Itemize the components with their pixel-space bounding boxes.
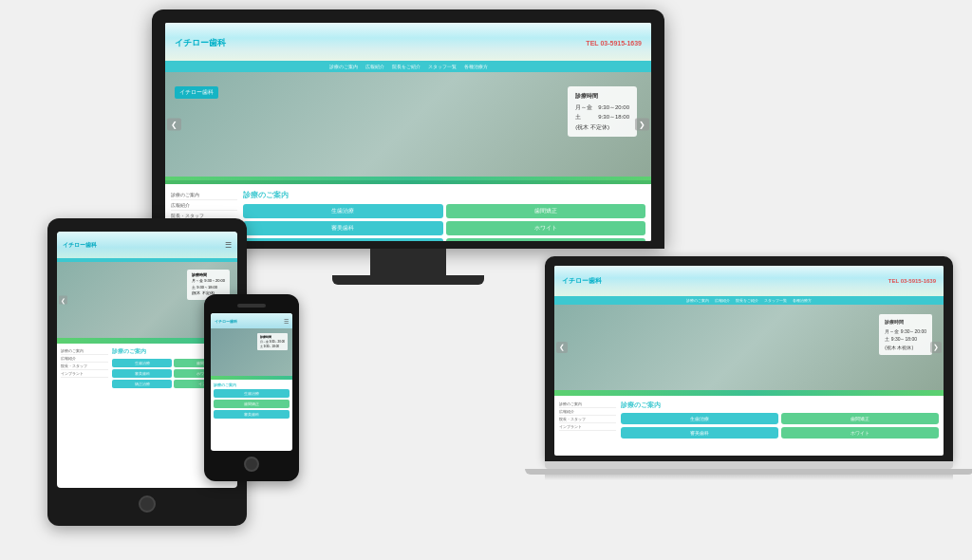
treatment-btn-4[interactable]: ホワイト bbox=[446, 221, 646, 235]
phone-btn-2[interactable]: 歯間矯正 bbox=[214, 400, 290, 408]
laptop-btn-4[interactable]: ホワイト bbox=[781, 427, 939, 439]
treatment-grid: 生歯治療 歯間矯正 審美歯科 ホワイト 矯正治療 インプ bbox=[243, 204, 645, 241]
tablet-sidebar-item-1: 診療のご案内 bbox=[61, 347, 108, 355]
treatment-btn-1[interactable]: 生歯治療 bbox=[243, 204, 443, 218]
laptop-sidebar-item-4: インプラント bbox=[559, 423, 616, 431]
tablet-btn-5[interactable]: 矯正治療 bbox=[112, 380, 172, 388]
laptop-hero-saturday: 土 9:30～18:00 bbox=[885, 335, 926, 344]
laptop-btn-3[interactable]: 審美歯科 bbox=[621, 427, 778, 439]
site-hero: イチロー歯科 診療時間 月～金 9:30～20:00 土 9:30～18:00 … bbox=[165, 72, 651, 177]
tablet-btn-3[interactable]: 審美歯科 bbox=[112, 369, 172, 378]
site-main: 診療のご案内 生歯治療 歯間矯正 審美歯科 ホワイト 矯正治療 インプ bbox=[243, 190, 645, 241]
phone-btn-1[interactable]: 生歯治療 bbox=[214, 389, 290, 398]
section-title: 診療のご案内 bbox=[243, 190, 645, 200]
laptop-hero-weekday: 月～金 9:30～20:00 bbox=[885, 327, 926, 336]
site-tel: TEL 03-5915-1639 bbox=[586, 40, 642, 47]
treatment-btn-2[interactable]: 歯間矯正 bbox=[446, 204, 646, 218]
laptop-base-top bbox=[545, 461, 953, 469]
laptop-section-title: 診療のご案内 bbox=[621, 401, 939, 410]
laptop-hero-text: 診療時間 月～金 9:30～20:00 土 9:30～18:00 (祝木 木祝休… bbox=[879, 314, 932, 355]
laptop-btn-1[interactable]: 生歯治療 bbox=[621, 413, 778, 424]
laptop-header: イチロー歯科 TEL 03-5915-1639 bbox=[554, 266, 944, 296]
laptop-nav: 診療のご案内 広報紹介 院長をご紹介 スタッフ一覧 各種治療方 bbox=[554, 296, 944, 305]
tablet-sidebar-item-2: 広報紹介 bbox=[61, 355, 108, 363]
laptop-sidebar-item-1: 診療のご案内 bbox=[559, 401, 616, 408]
phone-btn-3[interactable]: 審美歯科 bbox=[214, 410, 290, 419]
phone-hero-saturday: 土 9:30～18:00 bbox=[260, 345, 285, 349]
laptop-next-arrow[interactable]: ❯ bbox=[930, 342, 942, 353]
laptop-hero-note: (祝木 木祝休) bbox=[885, 344, 926, 352]
tablet-hero-weekday: 月～金 9:30～20:00 bbox=[192, 278, 225, 284]
tablet-sidebar-item-3: 院長・スタッフ bbox=[61, 363, 108, 370]
laptop-hero: 診療時間 月～金 9:30～20:00 土 9:30～18:00 (祝木 木祝休… bbox=[554, 305, 944, 390]
laptop-nav-item-3: 院長をご紹介 bbox=[734, 297, 760, 304]
sidebar-item-1: 診療のご案内 bbox=[171, 190, 237, 200]
phone-section-title: 診療のご案内 bbox=[214, 383, 290, 387]
hero-hours-weekday: 月～金 9:30～20:00 bbox=[575, 103, 629, 112]
phone-menu-icon[interactable]: ☰ bbox=[284, 318, 289, 325]
tablet-menu-icon[interactable]: ☰ bbox=[225, 241, 232, 250]
nav-item-5: 各種治療方 bbox=[461, 63, 491, 70]
laptop-tel: TEL 03-5915-1639 bbox=[888, 278, 936, 284]
nav-item-2: 広報紹介 bbox=[363, 63, 387, 70]
laptop-nav-item-2: 広報紹介 bbox=[713, 297, 732, 304]
site-logo: イチロー歯科 bbox=[175, 37, 226, 49]
laptop-hero-title: 診療時間 bbox=[885, 318, 926, 327]
phone-hero-weekday: 月～金 9:30～20:00 bbox=[260, 340, 285, 345]
phone-speaker bbox=[237, 304, 266, 308]
laptop-sidebar-item-2: 広報紹介 bbox=[559, 408, 616, 416]
nav-item-1: 診療のご案内 bbox=[327, 63, 361, 70]
laptop-bezel: イチロー歯科 TEL 03-5915-1639 診療のご案内 広報紹介 院長をご… bbox=[545, 256, 953, 461]
tablet-sidebar-item-4: インプラント bbox=[61, 370, 108, 378]
phone-bezel: イチロー歯科 ☰ 診療時間 月～金 9:30～20:00 土 9:30～18:0… bbox=[204, 294, 299, 481]
laptop-screen: イチロー歯科 TEL 03-5915-1639 診療のご案内 広報紹介 院長をご… bbox=[554, 266, 944, 456]
site-nav: 診療のご案内 広報紹介 院長をご紹介 スタッフ一覧 各種治療方 bbox=[165, 61, 651, 72]
clinic-sign: イチロー歯科 bbox=[175, 86, 218, 99]
hero-next-arrow[interactable]: ❯ bbox=[635, 119, 649, 131]
laptop-main: 診療のご案内 生歯治療 歯間矯正 審美歯科 ホワイト bbox=[621, 401, 939, 439]
hero-info-box: 診療時間 月～金 9:30～20:00 土 9:30～18:00 (祝木 不定休… bbox=[568, 86, 637, 137]
treatment-btn-3[interactable]: 審美歯科 bbox=[243, 221, 443, 235]
phone-logo: イチロー歯科 bbox=[215, 319, 237, 324]
monitor-screen: イチロー歯科 TEL 03-5915-1639 診療のご案内 広報紹介 院長をご… bbox=[165, 23, 651, 241]
monitor-base bbox=[332, 275, 484, 285]
phone-device: イチロー歯科 ☰ 診療時間 月～金 9:30～20:00 土 9:30～18:0… bbox=[204, 294, 299, 481]
treatment-btn-5[interactable]: 矯正治療 bbox=[243, 238, 443, 241]
laptop-device: イチロー歯科 TEL 03-5915-1639 診療のご案内 広報紹介 院長をご… bbox=[545, 256, 953, 480]
tablet-prev-arrow[interactable]: ❮ bbox=[59, 296, 67, 305]
site-header: イチロー歯科 TEL 03-5915-1639 bbox=[165, 23, 651, 61]
phone-home-button[interactable] bbox=[244, 457, 259, 472]
tablet-logo: イチロー歯科 bbox=[63, 241, 97, 250]
hero-title: 診療時間 bbox=[575, 91, 629, 101]
monitor-neck bbox=[370, 249, 446, 275]
treatment-btn-6[interactable]: インプ bbox=[446, 238, 646, 241]
laptop-prev-arrow[interactable]: ❮ bbox=[556, 342, 568, 353]
laptop-nav-item-4: スタッフ一覧 bbox=[762, 297, 789, 304]
scene: イチロー歯科 TEL 03-5915-1639 診療のご案内 広報紹介 院長をご… bbox=[0, 0, 972, 560]
tablet-header: イチロー歯科 ☰ bbox=[57, 232, 237, 258]
phone-content: 診療のご案内 生歯治療 歯間矯正 審美歯科 bbox=[211, 380, 292, 423]
laptop-logo: イチロー歯科 bbox=[562, 276, 602, 286]
laptop-btn-grid: 生歯治療 歯間矯正 審美歯科 ホワイト bbox=[621, 413, 939, 439]
laptop-sidebar: 診療のご案内 広報紹介 院長・スタッフ インプラント bbox=[559, 401, 616, 439]
phone-hero-text: 診療時間 月～金 9:30～20:00 土 9:30～18:00 bbox=[257, 333, 288, 350]
nav-item-4: スタッフ一覧 bbox=[425, 63, 459, 70]
phone-hero: 診療時間 月～金 9:30～20:00 土 9:30～18:00 bbox=[211, 328, 292, 376]
green-decoration-bar bbox=[165, 177, 651, 184]
laptop-nav-item-1: 診療のご案内 bbox=[684, 297, 711, 304]
tablet-sidebar: 診療のご案内 広報紹介 院長・スタッフ インプラント bbox=[61, 347, 108, 388]
laptop-nav-item-5: 各種治療方 bbox=[791, 297, 813, 304]
nav-item-3: 院長をご紹介 bbox=[389, 63, 423, 70]
laptop-sidebar-item-3: 院長・スタッフ bbox=[559, 416, 616, 423]
hero-prev-arrow[interactable]: ❮ bbox=[167, 119, 181, 131]
laptop-shadow bbox=[545, 475, 953, 480]
phone-header: イチロー歯科 ☰ bbox=[211, 313, 292, 328]
tablet-btn-1[interactable]: 生歯治療 bbox=[112, 359, 172, 367]
laptop-btn-2[interactable]: 歯間矯正 bbox=[781, 413, 939, 424]
hero-holiday-note: (祝木 不定休) bbox=[575, 122, 629, 132]
sidebar-item-2: 広報紹介 bbox=[171, 200, 237, 211]
phone-screen: イチロー歯科 ☰ 診療時間 月～金 9:30～20:00 土 9:30～18:0… bbox=[211, 313, 292, 451]
monitor-bezel: イチロー歯科 TEL 03-5915-1639 診療のご案内 広報紹介 院長をご… bbox=[152, 9, 664, 249]
laptop-content: 診療のご案内 広報紹介 院長・スタッフ インプラント 診療のご案内 生歯治療 歯… bbox=[554, 396, 944, 443]
tablet-home-button[interactable] bbox=[139, 495, 156, 513]
